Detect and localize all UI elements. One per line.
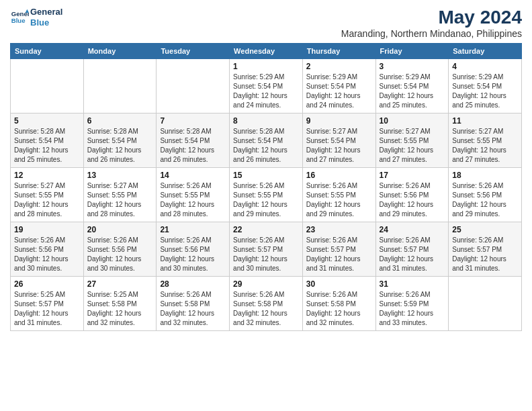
calendar-cell: 24Sunrise: 5:26 AM Sunset: 5:57 PM Dayli… [375,222,449,277]
day-info: Sunrise: 5:26 AM Sunset: 5:57 PM Dayligh… [233,236,299,273]
logo-icon: General Blue [10,8,29,27]
day-info: Sunrise: 5:26 AM Sunset: 5:55 PM Dayligh… [233,181,299,219]
day-number: 31 [380,279,445,289]
logo-text: General Blue [30,7,62,28]
calendar-cell: 25Sunrise: 5:26 AM Sunset: 5:57 PM Dayli… [449,222,522,277]
day-info: Sunrise: 5:26 AM Sunset: 5:57 PM Dayligh… [306,236,372,273]
day-number: 16 [306,171,372,180]
day-number: 3 [380,62,445,71]
day-info: Sunrise: 5:26 AM Sunset: 5:58 PM Dayligh… [233,290,299,328]
calendar-cell: 16Sunrise: 5:26 AM Sunset: 5:55 PM Dayli… [302,168,375,222]
calendar-cell [11,59,84,113]
day-header-sunday: Sunday [11,44,84,59]
calendar-cell: 27Sunrise: 5:25 AM Sunset: 5:58 PM Dayli… [83,277,157,331]
day-number: 29 [233,279,299,289]
calendar-cell: 21Sunrise: 5:26 AM Sunset: 5:56 PM Dayli… [157,222,230,277]
day-number: 18 [452,171,518,180]
main-title: May 2024 [341,7,522,28]
calendar-cell: 12Sunrise: 5:27 AM Sunset: 5:55 PM Dayli… [11,168,84,222]
calendar-cell [157,59,230,113]
calendar-cell [449,277,522,331]
day-header-thursday: Thursday [302,44,375,59]
day-info: Sunrise: 5:26 AM Sunset: 5:55 PM Dayligh… [160,181,226,219]
calendar-week-row: 26Sunrise: 5:25 AM Sunset: 5:57 PM Dayli… [11,277,522,331]
logo: General Blue General Blue [10,7,62,28]
calendar-cell: 26Sunrise: 5:25 AM Sunset: 5:57 PM Dayli… [11,277,84,331]
day-info: Sunrise: 5:26 AM Sunset: 5:55 PM Dayligh… [306,181,372,219]
day-number: 5 [14,116,80,126]
day-number: 12 [14,171,80,180]
calendar-table: SundayMondayTuesdayWednesdayThursdayFrid… [10,43,522,331]
day-number: 13 [87,171,153,180]
day-info: Sunrise: 5:25 AM Sunset: 5:57 PM Dayligh… [14,290,80,328]
calendar-week-row: 1Sunrise: 5:29 AM Sunset: 5:54 PM Daylig… [11,59,522,113]
day-number: 24 [380,225,445,234]
calendar-cell: 10Sunrise: 5:27 AM Sunset: 5:55 PM Dayli… [375,113,449,168]
day-number: 1 [233,62,299,71]
calendar-cell: 13Sunrise: 5:27 AM Sunset: 5:55 PM Dayli… [83,168,157,222]
calendar-cell: 15Sunrise: 5:26 AM Sunset: 5:55 PM Dayli… [230,168,303,222]
day-number: 8 [233,116,299,126]
title-area: May 2024 Maranding, Northern Mindanao, P… [341,7,522,39]
day-info: Sunrise: 5:25 AM Sunset: 5:58 PM Dayligh… [87,290,153,328]
calendar-cell: 4Sunrise: 5:29 AM Sunset: 5:54 PM Daylig… [449,59,522,113]
calendar-body: 1Sunrise: 5:29 AM Sunset: 5:54 PM Daylig… [11,59,522,331]
day-info: Sunrise: 5:29 AM Sunset: 5:54 PM Dayligh… [380,73,445,110]
calendar-cell: 28Sunrise: 5:26 AM Sunset: 5:58 PM Dayli… [157,277,230,331]
day-header-monday: Monday [83,44,157,59]
calendar-cell: 6Sunrise: 5:28 AM Sunset: 5:54 PM Daylig… [83,113,157,168]
svg-text:Blue: Blue [11,16,26,24]
day-number: 26 [14,279,80,289]
day-number: 14 [160,171,226,180]
calendar-week-row: 5Sunrise: 5:28 AM Sunset: 5:54 PM Daylig… [11,113,522,168]
day-number: 11 [452,116,518,126]
calendar-cell: 22Sunrise: 5:26 AM Sunset: 5:57 PM Dayli… [230,222,303,277]
calendar-cell: 31Sunrise: 5:26 AM Sunset: 5:59 PM Dayli… [375,277,449,331]
day-header-saturday: Saturday [449,44,522,59]
calendar-cell: 11Sunrise: 5:27 AM Sunset: 5:55 PM Dayli… [449,113,522,168]
day-header-friday: Friday [375,44,449,59]
day-info: Sunrise: 5:26 AM Sunset: 5:57 PM Dayligh… [452,236,518,273]
day-number: 19 [14,225,80,234]
day-info: Sunrise: 5:26 AM Sunset: 5:56 PM Dayligh… [380,181,445,219]
day-number: 7 [160,116,226,126]
calendar-cell: 18Sunrise: 5:26 AM Sunset: 5:56 PM Dayli… [449,168,522,222]
day-info: Sunrise: 5:29 AM Sunset: 5:54 PM Dayligh… [452,73,518,110]
day-number: 21 [160,225,226,234]
day-number: 25 [452,225,518,234]
calendar-cell: 20Sunrise: 5:26 AM Sunset: 5:56 PM Dayli… [83,222,157,277]
day-header-wednesday: Wednesday [230,44,303,59]
day-number: 23 [306,225,372,234]
day-number: 2 [306,62,372,71]
day-info: Sunrise: 5:28 AM Sunset: 5:54 PM Dayligh… [14,127,80,165]
day-info: Sunrise: 5:26 AM Sunset: 5:56 PM Dayligh… [452,181,518,219]
day-info: Sunrise: 5:27 AM Sunset: 5:55 PM Dayligh… [452,127,518,165]
calendar-week-row: 19Sunrise: 5:26 AM Sunset: 5:56 PM Dayli… [11,222,522,277]
day-number: 17 [380,171,445,180]
day-number: 10 [380,116,445,126]
day-number: 28 [160,279,226,289]
calendar-cell [83,59,157,113]
calendar-cell: 29Sunrise: 5:26 AM Sunset: 5:58 PM Dayli… [230,277,303,331]
header: General Blue General Blue May 2024 Maran… [10,7,522,39]
calendar-cell: 7Sunrise: 5:28 AM Sunset: 5:54 PM Daylig… [157,113,230,168]
day-number: 27 [87,279,153,289]
day-info: Sunrise: 5:26 AM Sunset: 5:56 PM Dayligh… [160,236,226,273]
day-number: 20 [87,225,153,234]
calendar-cell: 2Sunrise: 5:29 AM Sunset: 5:54 PM Daylig… [302,59,375,113]
day-info: Sunrise: 5:29 AM Sunset: 5:54 PM Dayligh… [306,73,372,110]
day-info: Sunrise: 5:27 AM Sunset: 5:55 PM Dayligh… [14,181,80,219]
day-info: Sunrise: 5:28 AM Sunset: 5:54 PM Dayligh… [87,127,153,165]
day-info: Sunrise: 5:26 AM Sunset: 5:57 PM Dayligh… [380,236,445,273]
calendar-cell: 1Sunrise: 5:29 AM Sunset: 5:54 PM Daylig… [230,59,303,113]
day-info: Sunrise: 5:26 AM Sunset: 5:58 PM Dayligh… [306,290,372,328]
subtitle: Maranding, Northern Mindanao, Philippine… [341,28,522,39]
day-info: Sunrise: 5:26 AM Sunset: 5:56 PM Dayligh… [14,236,80,273]
day-info: Sunrise: 5:27 AM Sunset: 5:54 PM Dayligh… [306,127,372,165]
day-info: Sunrise: 5:26 AM Sunset: 5:56 PM Dayligh… [87,236,153,273]
calendar-week-row: 12Sunrise: 5:27 AM Sunset: 5:55 PM Dayli… [11,168,522,222]
calendar-cell: 9Sunrise: 5:27 AM Sunset: 5:54 PM Daylig… [302,113,375,168]
calendar-cell: 14Sunrise: 5:26 AM Sunset: 5:55 PM Dayli… [157,168,230,222]
day-info: Sunrise: 5:28 AM Sunset: 5:54 PM Dayligh… [160,127,226,165]
day-info: Sunrise: 5:26 AM Sunset: 5:59 PM Dayligh… [380,290,445,328]
